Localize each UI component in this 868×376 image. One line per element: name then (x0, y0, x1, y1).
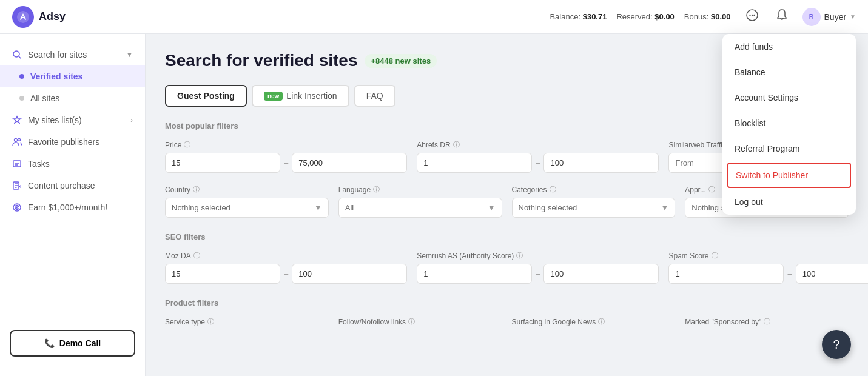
chevron-down-icon: ▼ (850, 13, 856, 20)
svg-point-6 (15, 139, 18, 142)
price-to-input[interactable] (292, 153, 407, 173)
app-logo[interactable]: Adsy (12, 6, 66, 28)
semrush-as-label: Semrush AS (Authority Score) ⓘ (417, 251, 659, 260)
filter-semrush-as: Semrush AS (Authority Score) ⓘ – (417, 251, 659, 284)
moz-da-info-icon[interactable]: ⓘ (193, 251, 200, 260)
star-icon (12, 115, 22, 125)
moz-da-range: – (165, 264, 407, 284)
tab-faq[interactable]: FAQ (354, 85, 395, 107)
balance-info: Balance: $30.71 Reserved: $0.00 Bonus: $… (550, 12, 730, 21)
categories-label: Categories ⓘ (512, 185, 676, 194)
product-filters-grid: Service type ⓘ Follow/Nofollow links ⓘ S… (165, 317, 849, 326)
categories-select[interactable]: Nothing selected ▼ (512, 198, 676, 218)
range-separator: – (284, 158, 288, 167)
tasks-icon (12, 159, 22, 169)
moz-da-label: Moz DA ⓘ (165, 251, 407, 260)
language-label: Language ⓘ (338, 185, 502, 194)
balance-display: Balance: $30.71 (550, 12, 607, 21)
language-info-icon[interactable]: ⓘ (373, 185, 380, 194)
service-type-info-icon[interactable]: ⓘ (207, 317, 214, 326)
dropdown-item-switch-publisher[interactable]: Switch to Publisher (727, 163, 851, 188)
ahrefs-dr-range: – (417, 153, 659, 173)
ahrefs-dr-label: Ahrefs DR ⓘ (417, 140, 659, 149)
service-type-label: Service type ⓘ (165, 317, 329, 326)
navbar-right: Balance: $30.71 Reserved: $0.00 Bonus: $… (550, 6, 856, 27)
ahrefs-dr-from-input[interactable] (417, 153, 532, 173)
price-range: – (165, 153, 407, 173)
dropdown-item-account-settings[interactable]: Account Settings (722, 85, 856, 110)
tab-guest-posting[interactable]: Guest Posting (165, 85, 247, 107)
country-info-icon[interactable]: ⓘ (193, 185, 200, 194)
tab-link-insertion[interactable]: new Link Insertion (252, 85, 349, 107)
sidebar-item-content-purchase[interactable]: Content purchase (0, 175, 145, 196)
price-info-icon[interactable]: ⓘ (184, 140, 190, 149)
filter-moz-da: Moz DA ⓘ – (165, 251, 407, 284)
categories-info-icon[interactable]: ⓘ (550, 185, 556, 194)
range-sep-5: – (787, 269, 792, 278)
spam-score-to-input[interactable] (796, 264, 868, 284)
filter-ahrefs-dr: Ahrefs DR ⓘ – (417, 140, 659, 173)
help-fab-button[interactable]: ? (822, 330, 851, 359)
range-sep-3: – (284, 269, 288, 278)
content-icon (12, 181, 22, 190)
price-label: Price ⓘ (165, 140, 407, 149)
dropdown-item-add-funds[interactable]: Add funds (722, 34, 856, 59)
bonus-display: Bonus: $0.00 (684, 12, 731, 21)
chevron-down-icon-cat: ▼ (661, 203, 668, 212)
inactive-dot (19, 96, 24, 101)
sidebar-item-tasks[interactable]: Tasks (0, 153, 145, 175)
people-icon (12, 137, 22, 147)
active-dot (19, 74, 24, 79)
navbar: Adsy Balance: $30.71 Reserved: $0.00 Bon… (0, 0, 868, 34)
marked-sponsored-info-icon[interactable]: ⓘ (764, 317, 770, 326)
language-select[interactable]: All ▼ (338, 198, 502, 218)
sidebar: Search for sites ▼ Verified sites All si… (0, 34, 146, 376)
chevron-right-icon: › (130, 116, 133, 124)
marked-sponsored-label: Marked "Sponsored by" ⓘ (685, 317, 849, 326)
semrush-from-input[interactable] (417, 264, 532, 284)
demo-call-button[interactable]: 📞 Demo Call (10, 330, 135, 357)
svg-point-4 (753, 15, 755, 16)
svg-point-2 (749, 15, 750, 16)
dropdown-item-logout[interactable]: Log out (722, 189, 856, 215)
sidebar-item-my-sites-list[interactable]: My sites list(s) › (0, 109, 145, 131)
chevron-down-icon: ▼ (126, 51, 133, 58)
product-filters-title: Product filters (165, 298, 849, 307)
seo-filters-title: SEO filters (165, 232, 849, 241)
sidebar-item-earn[interactable]: Earn $1,000+/month! (0, 196, 145, 218)
dropdown-item-blocklist[interactable]: Blocklist (722, 110, 856, 136)
svg-point-3 (751, 15, 752, 16)
notifications-icon-button[interactable] (773, 6, 790, 27)
approval-info-icon[interactable]: ⓘ (708, 185, 715, 194)
surfacing-info-icon[interactable]: ⓘ (598, 317, 605, 326)
filter-price: Price ⓘ – (165, 140, 407, 173)
search-icon (12, 50, 22, 59)
dropdown-item-referral[interactable]: Referral Program (722, 136, 856, 161)
ahrefs-dr-info-icon[interactable]: ⓘ (453, 140, 460, 149)
sidebar-item-search-sites[interactable]: Search for sites ▼ (0, 44, 145, 65)
moz-da-from-input[interactable] (165, 264, 280, 284)
chat-icon-button[interactable] (743, 6, 761, 27)
moz-da-to-input[interactable] (292, 264, 407, 284)
spam-score-from-input[interactable] (668, 264, 784, 284)
user-menu-button[interactable]: B Buyer ▼ (802, 8, 856, 26)
chevron-down-icon-lang: ▼ (488, 203, 496, 212)
follow-nofollow-info-icon[interactable]: ⓘ (408, 317, 415, 326)
filter-spam-score: Spam Score ⓘ – (668, 251, 868, 284)
country-select[interactable]: Nothing selected ▼ (165, 198, 329, 218)
semrush-to-input[interactable] (543, 264, 659, 284)
sidebar-item-favorite-publishers[interactable]: Favorite publishers (0, 131, 145, 153)
price-from-input[interactable] (165, 153, 280, 173)
range-separator-2: – (536, 158, 540, 167)
country-label: Country ⓘ (165, 185, 329, 194)
sidebar-item-all-sites[interactable]: All sites (0, 87, 145, 109)
semrush-as-info-icon[interactable]: ⓘ (516, 251, 523, 260)
dropdown-item-balance[interactable]: Balance (722, 59, 856, 85)
surfacing-google-news-label: Surfacing in Google News ⓘ (512, 317, 676, 326)
spam-score-info-icon[interactable]: ⓘ (712, 251, 718, 260)
new-sites-badge: +8448 new sites (365, 54, 437, 68)
sidebar-item-verified-sites[interactable]: Verified sites (0, 65, 145, 87)
spam-score-range: – (668, 264, 868, 284)
ahrefs-dr-to-input[interactable] (543, 153, 659, 173)
spam-score-label: Spam Score ⓘ (668, 251, 868, 260)
